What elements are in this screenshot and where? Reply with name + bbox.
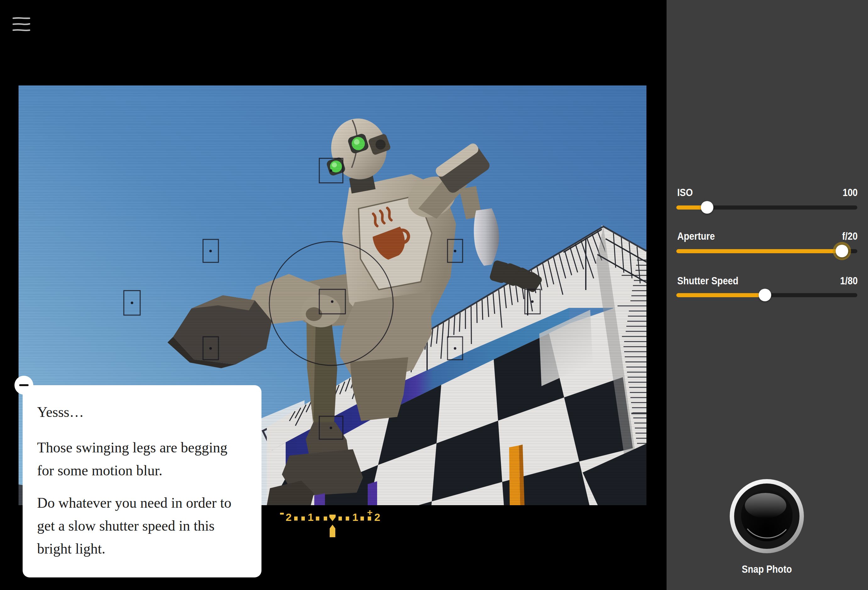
svg-text:2: 2 xyxy=(374,511,380,523)
svg-text:1: 1 xyxy=(308,511,314,523)
svg-text:+: + xyxy=(367,507,373,518)
svg-text:2: 2 xyxy=(286,511,292,523)
svg-text:1: 1 xyxy=(352,511,358,523)
